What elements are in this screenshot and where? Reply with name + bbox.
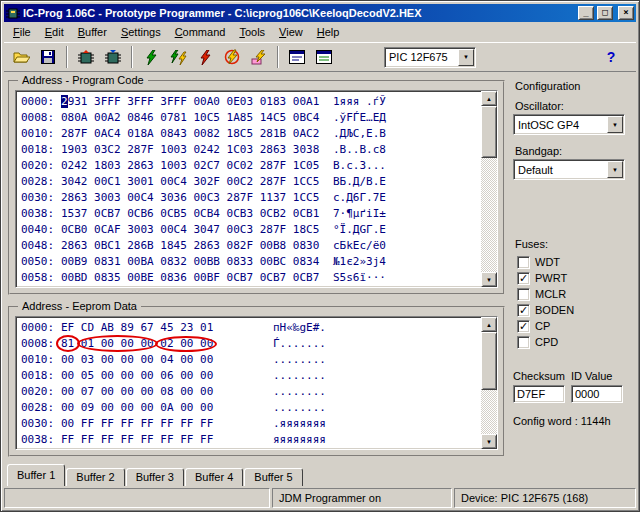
eeprom-scrollbar[interactable]: ▲ ▼	[481, 317, 497, 449]
oscillator-value: IntOSC GP4	[518, 119, 606, 131]
menu-command[interactable]: Command	[168, 24, 233, 40]
scroll-track[interactable]	[481, 158, 497, 272]
hex-row[interactable]: 0020:0242 1803 2863 1003 02C7 0C02 287F …	[21, 158, 481, 174]
bandgap-select[interactable]: Default ▼	[513, 159, 625, 180]
fuse-wdt[interactable]: WDT	[513, 254, 630, 270]
checkbox[interactable]	[517, 336, 530, 349]
menu-help[interactable]: Help	[310, 24, 347, 40]
hex-row[interactable]: 0030:2863 3003 00C4 3036 00C3 287F 1137 …	[21, 190, 481, 206]
hex-row[interactable]: 0040:0CB0 0CAF 3003 00C4 3047 00C3 287F …	[21, 222, 481, 238]
menu-edit[interactable]: Edit	[38, 24, 71, 40]
minimize-button[interactable]: _	[578, 6, 594, 20]
hex-row[interactable]: 0050:00B9 0831 00BA 0832 00BB 0833 00BC …	[21, 254, 481, 270]
scroll-up-button[interactable]: ▲	[481, 317, 497, 332]
hex-row[interactable]: 0018:1903 03C2 287F 1003 0242 1C03 2863 …	[21, 142, 481, 158]
fuse-cp[interactable]: ✓CP	[513, 318, 630, 334]
fuse-label: MCLR	[535, 288, 566, 300]
hex-row[interactable]: 0000:2931 3FFF 3FFF 3FFF 00A0 0E03 0183 …	[21, 94, 481, 110]
status-left	[4, 488, 270, 508]
hex-row[interactable]: 0010:287F 0AC4 018A 0843 0082 18C5 281B …	[21, 126, 481, 142]
hex-row[interactable]: 0000:EF CD AB 89 67 45 23 01пН«‰gE#.	[21, 320, 481, 336]
tab-buffer-3[interactable]: Buffer 3	[126, 468, 184, 486]
scroll-down-button[interactable]: ▼	[481, 434, 497, 449]
tab-buffer-4[interactable]: Buffer 4	[185, 468, 243, 486]
scroll-track[interactable]	[481, 390, 497, 434]
write-chip-button[interactable]	[100, 45, 126, 70]
hex-row[interactable]: 0018:00 05 00 00 00 06 00 00........	[21, 368, 481, 384]
fuse-boden[interactable]: ✓BODEN	[513, 302, 630, 318]
eeprom-rows: 0000:EF CD AB 89 67 45 23 01пН«‰gE#.0008…	[16, 317, 481, 449]
read-chip-button[interactable]	[73, 45, 99, 70]
menu-tools[interactable]: Tools	[232, 24, 272, 40]
device-select-value: PIC 12F675	[389, 51, 457, 63]
erase-button[interactable]	[246, 45, 272, 70]
hex-row[interactable]: 0038:1537 0CB7 0CB6 0CB5 0CB4 0CB3 0CB2 …	[21, 206, 481, 222]
fuse-label: CPD	[535, 336, 558, 348]
titlebar[interactable]: IC-Prog 1.06C - Prototype Programmer - C…	[4, 4, 636, 22]
tab-buffer-2[interactable]: Buffer 2	[66, 468, 124, 486]
tab-buffer-5[interactable]: Buffer 5	[244, 468, 302, 486]
menu-file[interactable]: File	[6, 24, 38, 40]
fuse-mclr[interactable]: MCLR	[513, 286, 630, 302]
checkbox[interactable]	[517, 256, 530, 269]
dropdown-arrow-icon[interactable]: ▼	[458, 49, 474, 66]
menu-settings[interactable]: Settings	[114, 24, 168, 40]
eeprom-hexview: 0000:EF CD AB 89 67 45 23 01пН«‰gE#.0008…	[15, 316, 498, 450]
hex-row[interactable]: 0058:00BD 0835 00BE 0836 00BF 0CB7 0CB7 …	[21, 270, 481, 286]
id-value-field[interactable]: 0000	[571, 385, 623, 403]
status-bar: JDM Programmer on Device: PIC 12F675 (16…	[4, 486, 636, 508]
hex-row[interactable]: 0038:FF FF FF FF FF FF FF FFяяяяяяяя	[21, 432, 481, 448]
fuse-pwrt[interactable]: ✓PWRT	[513, 270, 630, 286]
chip-read-icon	[77, 50, 95, 65]
hex-row[interactable]: 0030:00 FF FF FF FF FF FF FF.яяяяяяя	[21, 416, 481, 432]
configuration-panel: Configuration Oscillator: IntOSC GP4 ▼ B…	[513, 80, 632, 464]
code-window-button[interactable]	[284, 45, 310, 70]
eeprom-data-panel: Address - Eeprom Data 0000:EF CD AB 89 6…	[8, 306, 505, 457]
program-code-button[interactable]	[165, 45, 191, 70]
hex-row[interactable]: 0010:00 03 00 00 00 04 00 00........	[21, 352, 481, 368]
maximize-button[interactable]: □	[597, 6, 613, 20]
hex-row[interactable]: 0008:81 01 00 00 00 02 00 00Ѓ.......	[21, 336, 481, 352]
scroll-thumb[interactable]	[481, 106, 497, 158]
hex-row[interactable]: 0028:3042 00C1 3001 00C4 302F 00C2 287F …	[21, 174, 481, 190]
data-window-button[interactable]	[311, 45, 337, 70]
oscillator-select[interactable]: IntOSC GP4 ▼	[513, 114, 625, 135]
hex-cursor: 2	[61, 95, 68, 108]
fuses-label: Fuses:	[515, 238, 630, 250]
close-button[interactable]: ×	[618, 6, 634, 20]
program-data-button[interactable]	[192, 45, 218, 70]
bolt-green-icon	[144, 50, 158, 65]
config-word-text: Config word : 1144h	[513, 415, 630, 427]
toolbar-separator	[131, 46, 133, 68]
checkbox[interactable]: ✓	[517, 272, 530, 285]
hex-row[interactable]: 0008:080A 00A2 0846 0781 10C5 1A85 14C5 …	[21, 110, 481, 126]
tab-buffer-1[interactable]: Buffer 1	[7, 464, 65, 486]
checksum-label: Checksum	[513, 370, 571, 382]
scroll-thumb[interactable]	[481, 332, 497, 390]
sum-boxes: D7EF 0000	[513, 385, 630, 403]
program-code-rows: 0000:2931 3FFF 3FFF 3FFF 00A0 0E03 0183 …	[16, 91, 481, 287]
dropdown-arrow-icon[interactable]: ▼	[607, 116, 623, 133]
save-file-button[interactable]	[35, 45, 61, 70]
dropdown-arrow-icon[interactable]: ▼	[607, 161, 623, 178]
hex-row[interactable]: 0048:2863 0BC1 286B 1845 2863 082F 00B8 …	[21, 238, 481, 254]
scroll-down-button[interactable]: ▼	[481, 272, 497, 287]
open-file-button[interactable]	[8, 45, 34, 70]
status-device: Device: PIC 12F675 (168)	[454, 488, 636, 508]
scroll-up-button[interactable]: ▲	[481, 91, 497, 106]
menu-buffer[interactable]: Buffer	[71, 24, 114, 40]
hex-row[interactable]: 0028:00 09 00 00 00 0A 00 00........	[21, 400, 481, 416]
checkbox[interactable]	[517, 288, 530, 301]
checksum-field[interactable]: D7EF	[513, 385, 565, 403]
program-all-button[interactable]	[138, 45, 164, 70]
checkbox[interactable]: ✓	[517, 320, 530, 333]
verify-button[interactable]	[219, 45, 245, 70]
hex-row[interactable]: 0020:00 07 00 00 00 08 00 00........	[21, 384, 481, 400]
device-select[interactable]: PIC 12F675 ▼	[384, 47, 476, 68]
help-button[interactable]: ?	[598, 45, 624, 70]
checkbox[interactable]: ✓	[517, 304, 530, 317]
oscillator-label: Oscillator:	[515, 100, 630, 112]
program-scrollbar[interactable]: ▲ ▼	[481, 91, 497, 287]
fuse-cpd[interactable]: CPD	[513, 334, 630, 350]
menu-view[interactable]: View	[272, 24, 310, 40]
